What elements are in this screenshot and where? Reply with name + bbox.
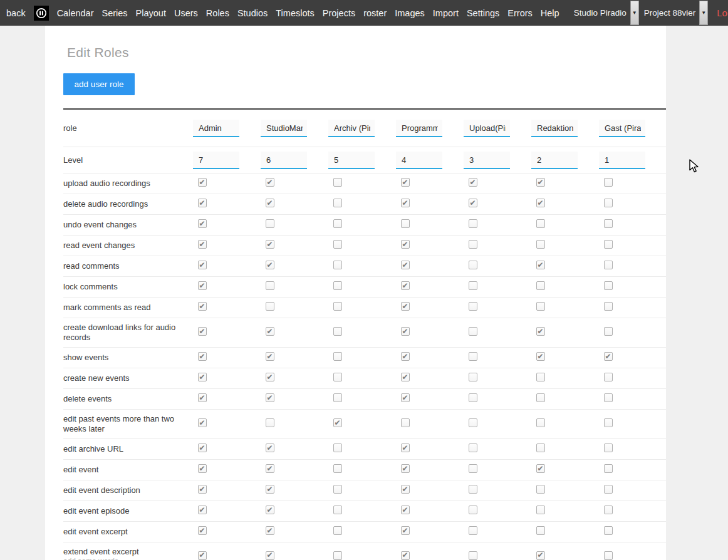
permission-checkbox-7-1[interactable] [266, 327, 274, 336]
permission-checkbox-17-0[interactable] [198, 551, 207, 560]
nav-item-calendar[interactable]: Calendar [57, 8, 94, 18]
permission-checkbox-6-0[interactable] [198, 302, 207, 311]
permission-checkbox-13-2[interactable] [333, 464, 342, 473]
permission-checkbox-3-5[interactable] [536, 240, 545, 249]
permission-checkbox-4-1[interactable] [266, 261, 274, 269]
permission-checkbox-6-6[interactable] [604, 302, 613, 311]
permission-checkbox-17-5[interactable] [536, 551, 545, 560]
permission-checkbox-5-2[interactable] [333, 281, 342, 290]
permission-checkbox-15-4[interactable] [469, 506, 477, 514]
permission-checkbox-10-0[interactable] [198, 393, 207, 402]
permission-checkbox-9-0[interactable] [198, 373, 207, 381]
permission-checkbox-5-3[interactable] [401, 281, 410, 290]
nav-item-errors[interactable]: Errors [507, 8, 532, 18]
permission-checkbox-2-6[interactable] [604, 219, 613, 228]
permission-checkbox-7-5[interactable] [536, 327, 545, 336]
permission-checkbox-8-3[interactable] [401, 352, 410, 361]
permission-checkbox-9-6[interactable] [604, 373, 613, 381]
permission-checkbox-5-6[interactable] [604, 281, 613, 290]
permission-checkbox-16-4[interactable] [469, 526, 477, 535]
permission-checkbox-0-3[interactable] [401, 178, 410, 187]
permission-checkbox-8-0[interactable] [198, 352, 207, 361]
permission-checkbox-1-1[interactable] [266, 199, 274, 207]
permission-checkbox-5-5[interactable] [536, 281, 545, 290]
permission-checkbox-8-1[interactable] [266, 352, 274, 361]
studio-select[interactable]: Studio Piradio ▼ [573, 0, 639, 26]
permission-checkbox-8-2[interactable] [333, 352, 342, 361]
permission-checkbox-11-1[interactable] [266, 418, 274, 427]
nav-item-studios[interactable]: Studios [237, 8, 268, 18]
role-name-input-2[interactable] [328, 120, 375, 137]
permission-checkbox-11-2[interactable] [333, 418, 342, 427]
nav-item-roles[interactable]: Roles [206, 8, 229, 18]
role-name-input-4[interactable] [464, 120, 510, 137]
permission-checkbox-12-4[interactable] [469, 443, 477, 452]
permission-checkbox-11-0[interactable] [198, 418, 207, 427]
permission-checkbox-16-5[interactable] [536, 526, 545, 535]
permission-checkbox-10-5[interactable] [536, 393, 545, 402]
permission-checkbox-3-1[interactable] [266, 240, 274, 249]
permission-checkbox-16-2[interactable] [333, 526, 342, 535]
permission-checkbox-1-6[interactable] [604, 199, 613, 207]
permission-checkbox-8-6[interactable] [604, 352, 613, 361]
permission-checkbox-17-4[interactable] [469, 551, 477, 560]
permission-checkbox-12-2[interactable] [333, 443, 342, 452]
permission-checkbox-14-6[interactable] [604, 485, 613, 494]
permission-checkbox-12-3[interactable] [401, 443, 410, 452]
permission-checkbox-1-3[interactable] [401, 199, 410, 207]
nav-item-series[interactable]: Series [101, 8, 127, 18]
nav-item-images[interactable]: Images [395, 8, 425, 18]
permission-checkbox-8-5[interactable] [536, 352, 545, 361]
permission-checkbox-9-1[interactable] [266, 373, 274, 381]
permission-checkbox-7-4[interactable] [469, 327, 477, 336]
permission-checkbox-3-3[interactable] [401, 240, 410, 249]
permission-checkbox-4-2[interactable] [333, 261, 342, 269]
permission-checkbox-6-5[interactable] [536, 302, 545, 311]
logout-link[interactable]: Logout [717, 8, 728, 18]
permission-checkbox-1-2[interactable] [333, 199, 342, 207]
permission-checkbox-0-1[interactable] [266, 178, 274, 187]
permission-checkbox-2-1[interactable] [266, 219, 274, 228]
permission-checkbox-0-4[interactable] [469, 178, 477, 187]
permission-checkbox-11-6[interactable] [604, 418, 613, 427]
permission-checkbox-12-0[interactable] [198, 443, 207, 452]
level-input-3[interactable] [396, 152, 442, 169]
permission-checkbox-12-1[interactable] [266, 443, 274, 452]
nav-item-users[interactable]: Users [174, 8, 198, 18]
permission-checkbox-14-0[interactable] [198, 485, 207, 494]
permission-checkbox-2-4[interactable] [469, 219, 477, 228]
permission-checkbox-3-6[interactable] [604, 240, 613, 249]
permission-checkbox-9-4[interactable] [469, 373, 477, 381]
permission-checkbox-6-4[interactable] [469, 302, 477, 311]
permission-checkbox-17-2[interactable] [333, 551, 342, 560]
role-name-input-5[interactable] [531, 120, 578, 137]
permission-checkbox-9-2[interactable] [333, 373, 342, 381]
permission-checkbox-13-6[interactable] [604, 464, 613, 473]
permission-checkbox-4-5[interactable] [536, 261, 545, 269]
project-select[interactable]: Project 88vier ▼ [643, 0, 709, 26]
permission-checkbox-13-5[interactable] [536, 464, 545, 473]
nav-item-projects[interactable]: Projects [323, 8, 355, 18]
permission-checkbox-15-6[interactable] [604, 506, 613, 514]
level-input-6[interactable] [599, 152, 645, 169]
permission-checkbox-10-1[interactable] [266, 393, 274, 402]
nav-item-timeslots[interactable]: Timeslots [276, 8, 315, 18]
permission-checkbox-2-0[interactable] [198, 219, 207, 228]
level-input-4[interactable] [464, 152, 510, 169]
permission-checkbox-2-2[interactable] [333, 219, 342, 228]
permission-checkbox-17-6[interactable] [604, 551, 613, 560]
permission-checkbox-1-0[interactable] [198, 199, 207, 207]
permission-checkbox-5-4[interactable] [469, 281, 477, 290]
permission-checkbox-13-0[interactable] [198, 464, 207, 473]
nav-item-roster[interactable]: roster [363, 8, 387, 18]
permission-checkbox-3-2[interactable] [333, 240, 342, 249]
level-input-2[interactable] [328, 152, 375, 169]
permission-checkbox-15-5[interactable] [536, 506, 545, 514]
permission-checkbox-14-2[interactable] [333, 485, 342, 494]
permission-checkbox-1-4[interactable] [469, 199, 477, 207]
add-user-role-button[interactable]: add user role [63, 73, 135, 95]
permission-checkbox-5-0[interactable] [198, 281, 207, 290]
permission-checkbox-0-5[interactable] [536, 178, 545, 187]
permission-checkbox-15-1[interactable] [266, 506, 274, 514]
permission-checkbox-14-4[interactable] [469, 485, 477, 494]
